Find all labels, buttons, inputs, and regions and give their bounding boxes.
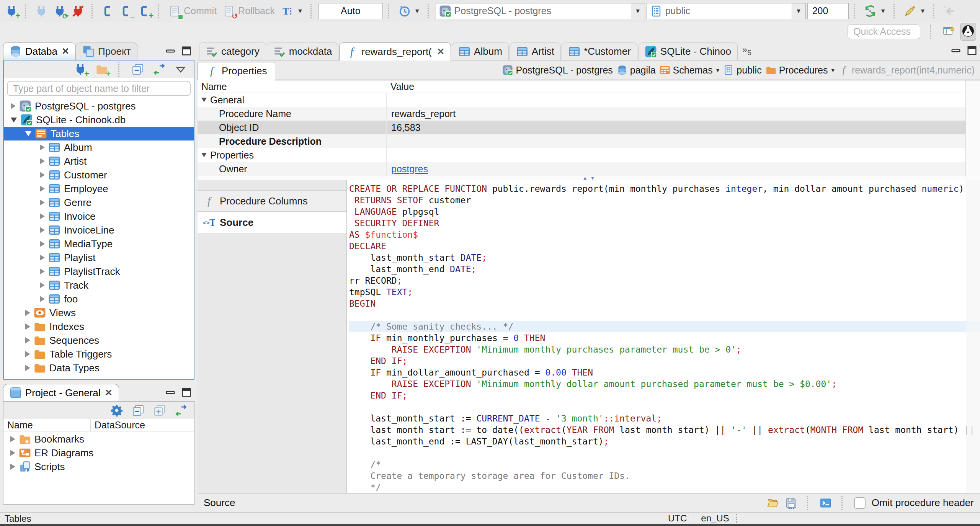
disconnect-button[interactable] [70,3,87,19]
editor-tab-sqlite-chinoo[interactable]: SQLite - Chinoo [638,42,738,60]
new-sql-editor-button[interactable]: → [118,3,135,19]
expand-all-button[interactable] [151,403,168,418]
tree-item-mediatype[interactable]: MediaType [4,237,194,251]
property-row-procedure-name[interactable]: Procedure Namerewards_report [198,107,980,121]
refresh-button[interactable]: ▼ [862,3,889,19]
collapsed-arrow-icon[interactable] [25,323,30,330]
property-row-owner[interactable]: Ownerpostgres [198,162,980,176]
open-sql-console-icon[interactable] [820,497,832,509]
editor-tab-customer[interactable]: *Customer [562,42,637,60]
collapsed-arrow-icon[interactable] [25,365,30,371]
settings-button[interactable] [108,403,125,418]
collapsed-arrow-icon[interactable] [25,337,30,343]
sash-collapse-control[interactable]: ▲ ▼ [198,176,980,180]
collapsed-arrow-icon[interactable] [25,351,30,357]
editor-tab-rewards-report[interactable]: frewards_report(✕ [339,42,451,60]
save-to-file-icon[interactable] [785,497,797,509]
source-code-editor[interactable]: CREATE OR REPLACE FUNCTION public.reward… [347,180,980,493]
object-filter-input[interactable] [7,81,191,96]
dropdown-caret-icon[interactable]: ▼ [297,8,303,15]
transaction-mode-button[interactable]: T▼ [279,3,305,19]
dropdown-arrow-icon[interactable]: ▼ [631,3,645,19]
omit-procedure-header-checkbox[interactable] [854,497,866,509]
dropdown-caret-icon[interactable]: ▾ [716,66,720,74]
tree-item-indexes[interactable]: Indexes [4,320,194,333]
close-icon[interactable]: ✕ [105,387,113,398]
connect-button[interactable] [33,3,50,19]
rollback-button[interactable]: ↺Rollback [220,3,277,19]
close-icon[interactable]: ✕ [62,46,69,57]
collapsed-arrow-icon[interactable] [10,450,15,456]
link-with-editor-button[interactable] [151,62,168,77]
status-locale[interactable]: en_US [701,513,729,524]
editor-tab-mockdata[interactable]: mockdata [267,42,339,60]
grid-scrollbar[interactable] [965,80,980,176]
dropdown-caret-icon[interactable]: ▾ [831,66,835,74]
collapsed-arrow-icon[interactable] [40,227,45,233]
tree-item-foo[interactable]: foo [4,292,194,306]
column-header-datasource[interactable]: DataSource [91,419,142,431]
new-folder-button[interactable]: + [93,62,110,77]
transaction-log-button[interactable]: ▼ [396,3,423,19]
tree-item-postgresql-postgres[interactable]: PostgreSQL - postgres [4,99,194,113]
grid-header-name[interactable]: Name [198,80,387,93]
collapsed-arrow-icon[interactable] [40,172,45,178]
expanded-arrow-icon[interactable] [201,153,207,157]
sql-console-button[interactable]: + [136,3,153,19]
tree-item-genre[interactable]: Genre [4,196,194,209]
tab-database-navigator[interactable]: Databa ✕ [3,42,76,60]
minimize-icon[interactable] [950,45,962,56]
tab-projects[interactable]: Проект [76,42,137,60]
maximize-icon[interactable] [181,387,192,398]
breadcrumb-procedures[interactable]: Procedures▾ [766,65,835,76]
collapsed-arrow-icon[interactable] [40,158,45,164]
tree-item-sequences[interactable]: Sequences [4,333,194,347]
tree-item-invoiceline[interactable]: InvoiceLine [4,223,194,237]
tree-item-data-types[interactable]: Data Types [4,361,194,375]
collapsed-arrow-icon[interactable] [40,296,45,302]
owner-link[interactable]: postgres [391,163,428,175]
dropdown-caret-icon[interactable]: ▼ [414,8,420,15]
collapsed-arrow-icon[interactable] [10,464,15,470]
editor-tab-artist[interactable]: Artist [510,42,561,60]
tab-properties[interactable]: f Properties [198,62,275,80]
breadcrumb-rewards-report-int4-numeric[interactable]: frewards_report(int4,numeric) [838,65,975,76]
sql-generator-button[interactable]: ▼ [902,3,928,19]
commit-button[interactable]: Commit [166,3,219,19]
tree-item-employee[interactable]: Employee [4,182,194,196]
tree-item-artist[interactable]: Artist [4,154,194,168]
new-connection-button[interactable]: + [3,3,20,19]
quick-access-input[interactable] [848,25,920,39]
tree-item-track[interactable]: Track [4,278,194,292]
minimize-icon[interactable] [165,45,176,57]
column-header-name[interactable]: Name [3,419,91,431]
grid-header-value[interactable]: Value [387,81,980,92]
collapse-all-button[interactable] [129,62,146,77]
property-row-general[interactable]: General [198,93,980,107]
subtab-source[interactable]: <>TSource [198,212,346,233]
load-from-file-icon[interactable] [767,497,779,509]
collapsed-arrow-icon[interactable] [11,103,16,109]
auto-commit-combo[interactable]: Auto [318,3,383,19]
tree-item-table-triggers[interactable]: Table Triggers [4,347,194,361]
dropdown-caret-icon[interactable]: ▼ [920,8,926,15]
connection-combo[interactable]: PostgreSQL - postgres▼ [436,3,645,19]
tree-item-album[interactable]: Album [4,140,194,154]
new-connection-button[interactable]: + [72,62,89,77]
sql-editor-button[interactable] [100,3,116,19]
collapse-up-icon[interactable]: ▲ [582,175,588,181]
tree-item-playlist[interactable]: Playlist [4,251,194,265]
breadcrumb-schemas[interactable]: Schemas▾ [660,65,720,76]
expanded-arrow-icon[interactable] [11,118,17,123]
project-item-bookmarks[interactable]: Bookmarks [3,432,194,446]
open-perspective-button[interactable] [942,25,955,39]
property-row-properties[interactable]: Properties [198,148,980,162]
tab-project-general[interactable]: Project - General ✕ [3,384,119,401]
breadcrumb-postgresql-postgres[interactable]: PostgreSQL - postgres [502,65,612,76]
collapse-down-icon[interactable]: ▼ [590,175,595,181]
collapsed-arrow-icon[interactable] [40,186,45,192]
expanded-arrow-icon[interactable] [201,98,207,102]
minimize-icon[interactable] [165,387,176,398]
status-timezone[interactable]: UTC [668,513,687,524]
subtab-procedure-columns[interactable]: fProcedure Columns [198,190,346,212]
